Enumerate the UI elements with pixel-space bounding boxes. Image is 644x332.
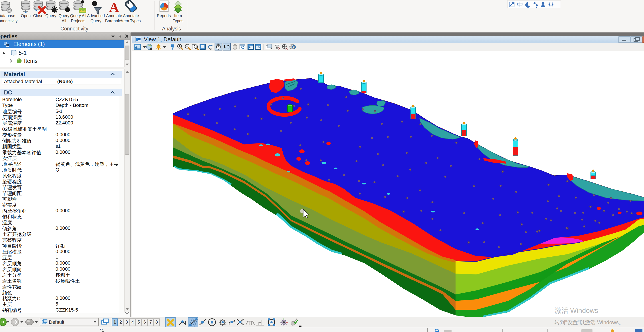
- svg-text:⌜1: ⌜1: [100, 328, 104, 332]
- svg-text:Default: Default: [49, 319, 64, 325]
- svg-text:A: A: [109, 0, 119, 15]
- svg-text:激活 Windows: 激活 Windows: [554, 307, 598, 314]
